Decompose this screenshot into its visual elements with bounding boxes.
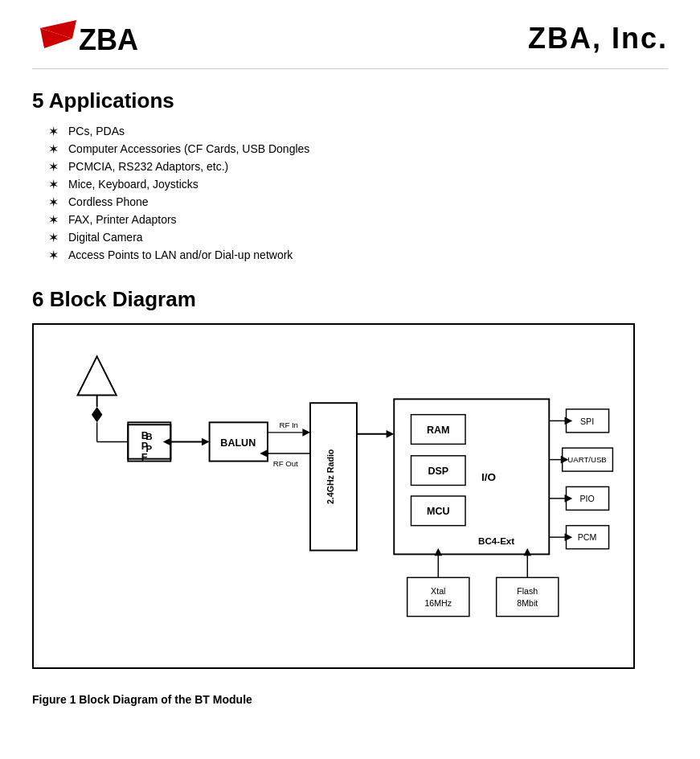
list-item: ✶ Access Points to LAN and/or Dial-up ne… <box>48 248 668 263</box>
svg-text:2.4GHz Radio: 2.4GHz Radio <box>325 449 335 504</box>
svg-text:SPI: SPI <box>580 416 594 426</box>
figure-caption: Figure 1 Block Diagram of the BT Module <box>32 693 668 706</box>
bullet-icon: ✶ <box>48 124 59 139</box>
zba-logo: ZBA <box>32 16 161 60</box>
list-item: ✶ PCMCIA, RS232 Adaptors, etc.) <box>48 160 668 174</box>
svg-text:I/O: I/O <box>481 471 496 483</box>
svg-text:BC4-Ext: BC4-Ext <box>478 536 514 546</box>
svg-marker-64 <box>523 548 531 556</box>
svg-marker-59 <box>434 548 442 556</box>
svg-marker-24 <box>260 449 268 457</box>
section5-title: 5 Applications <box>32 88 668 113</box>
list-item-text: Computer Accessories (CF Cards, USB Dong… <box>68 142 309 155</box>
block-diagram-svg: B P B P F BALUN RF In RF Out <box>50 341 617 651</box>
svg-text:B: B <box>141 430 149 441</box>
svg-marker-17 <box>163 438 171 446</box>
list-item: ✶ Computer Accessories (CF Cards, USB Do… <box>48 142 668 157</box>
list-item: ✶ PCs, PDAs <box>48 125 668 139</box>
svg-text:F: F <box>141 452 148 463</box>
svg-rect-60 <box>497 577 559 616</box>
logo-container: ZBA <box>32 16 161 60</box>
svg-text:RF Out: RF Out <box>273 459 298 468</box>
svg-rect-30 <box>394 399 549 554</box>
list-item: ✶ FAX, Printer Adaptors <box>48 213 668 228</box>
svg-marker-3 <box>78 356 117 395</box>
svg-text:8Mbit: 8Mbit <box>517 598 538 608</box>
applications-section: 5 Applications ✶ PCs, PDAs ✶ Computer Ac… <box>32 88 668 263</box>
svg-marker-16 <box>202 438 210 446</box>
company-name: ZBA, Inc. <box>528 22 668 55</box>
svg-marker-50 <box>565 494 573 503</box>
svg-text:Flash: Flash <box>517 586 538 596</box>
svg-marker-54 <box>565 533 573 541</box>
bullet-icon: ✶ <box>48 212 59 228</box>
bullet-icon: ✶ <box>48 177 59 192</box>
bullet-icon: ✶ <box>48 195 59 210</box>
svg-text:BALUN: BALUN <box>220 437 256 449</box>
list-item: ✶ Digital Camera <box>48 231 668 245</box>
svg-marker-29 <box>387 430 395 438</box>
page-header: ZBA ZBA, Inc. <box>32 16 668 69</box>
list-item: ✶ Mice, Keyboard, Joysticks <box>48 178 668 192</box>
list-item-text: PCMCIA, RS232 Adaptors, etc.) <box>68 160 228 173</box>
svg-text:PIO: PIO <box>579 494 594 503</box>
svg-rect-55 <box>407 577 469 616</box>
section6-title: 6 Block Diagram <box>32 287 668 312</box>
list-item-text: Digital Camera <box>68 231 143 244</box>
list-item: ✶ Cordless Phone <box>48 195 668 210</box>
list-item-text: PCs, PDAs <box>68 125 125 137</box>
bullet-icon: ✶ <box>48 142 59 157</box>
svg-marker-5 <box>92 407 103 422</box>
diagram-container: B P B P F BALUN RF In RF Out <box>32 323 635 669</box>
svg-marker-21 <box>302 429 310 437</box>
bullet-icon: ✶ <box>48 230 59 245</box>
svg-text:MCU: MCU <box>427 506 450 517</box>
svg-text:16MHz: 16MHz <box>424 598 452 608</box>
list-item-text: Mice, Keyboard, Joysticks <box>68 178 199 191</box>
list-item-text: FAX, Printer Adaptors <box>68 213 177 226</box>
svg-marker-42 <box>565 417 573 425</box>
block-diagram-section: 6 Block Diagram B P B P F <box>32 287 668 706</box>
svg-text:P: P <box>141 441 148 452</box>
svg-text:UART/USB: UART/USB <box>567 456 607 465</box>
svg-text:DSP: DSP <box>428 466 448 477</box>
svg-text:RF In: RF In <box>279 421 298 429</box>
list-item-text: Cordless Phone <box>68 195 149 208</box>
list-item-text: Access Points to LAN and/or Dial-up netw… <box>68 248 293 261</box>
applications-list: ✶ PCs, PDAs ✶ Computer Accessories (CF C… <box>32 125 668 263</box>
svg-text:PCM: PCM <box>578 532 597 542</box>
svg-text:Xtal: Xtal <box>431 586 445 596</box>
svg-text:RAM: RAM <box>427 425 450 436</box>
svg-text:ZBA: ZBA <box>79 23 138 56</box>
bullet-icon: ✶ <box>48 248 59 263</box>
bullet-icon: ✶ <box>48 159 59 174</box>
